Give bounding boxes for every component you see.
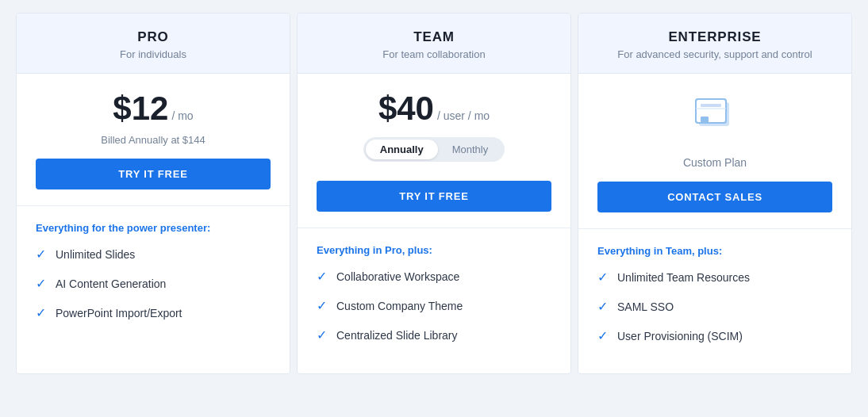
check-icon: ✓ <box>317 298 327 313</box>
plan-name-enterprise: ENTERPRISE <box>591 29 839 45</box>
plan-pricing-team: $40 / user / mo Annually Monthly TRY IT … <box>298 74 570 228</box>
feature-item: ✓ User Provisioning (SCIM) <box>597 328 832 343</box>
plan-name-team: TEAM <box>310 29 558 45</box>
feature-item: ✓ SAML SSO <box>597 299 832 314</box>
check-icon: ✓ <box>597 328 608 343</box>
plan-subtitle-team: For team collaboration <box>310 48 558 60</box>
feature-item: ✓ Unlimited Slides <box>36 247 271 262</box>
svg-rect-2 <box>696 99 726 123</box>
feature-item: ✓ Collaborative Workspace <box>317 269 551 284</box>
check-icon: ✓ <box>597 299 608 314</box>
feature-text: PowerPoint Import/Export <box>56 307 182 319</box>
feature-text: Centralized Slide Library <box>336 329 458 342</box>
billing-note-pro: Billed Annually at $144 <box>101 134 205 146</box>
svg-rect-4 <box>701 104 721 107</box>
check-icon: ✓ <box>317 269 327 284</box>
feature-item: ✓ AI Content Generation <box>36 276 271 291</box>
check-icon: ✓ <box>36 305 46 320</box>
feature-item: ✓ PowerPoint Import/Export <box>36 305 271 320</box>
billing-toggle[interactable]: Annually Monthly <box>363 137 505 162</box>
feature-text: User Provisioning (SCIM) <box>617 330 743 342</box>
price-period-pro: / mo <box>171 109 193 122</box>
feature-text: Unlimited Team Resources <box>617 271 750 284</box>
plan-card-team: TEAM For team collaboration $40 / user /… <box>297 13 571 374</box>
plan-pricing-enterprise: Custom Plan CONTACT SALES <box>578 74 851 229</box>
check-icon: ✓ <box>36 247 46 262</box>
check-icon: ✓ <box>36 276 46 291</box>
feature-text: AI Content Generation <box>56 277 166 290</box>
try-free-button-team[interactable]: TRY IT FREE <box>317 181 551 212</box>
price-period-team: / user / mo <box>437 109 490 122</box>
features-title-team: Everything in Pro, plus: <box>317 244 551 256</box>
price-dollar-team: $40 <box>378 90 434 128</box>
plan-card-pro: PRO For individuals $12 / mo Billed Annu… <box>16 13 290 374</box>
feature-item: ✓ Unlimited Team Resources <box>597 270 832 285</box>
check-icon: ✓ <box>317 327 327 342</box>
plan-subtitle-enterprise: For advanced security, support and contr… <box>591 48 839 60</box>
plan-header-team: TEAM For team collaboration <box>298 13 570 74</box>
price-amount-team: $40 / user / mo <box>378 90 490 128</box>
features-title-enterprise: Everything in Team, plus: <box>597 245 832 257</box>
plan-pricing-pro: $12 / mo Billed Annually at $144 TRY IT … <box>17 74 290 206</box>
feature-item: ✓ Custom Company Theme <box>317 298 551 313</box>
plan-header-enterprise: ENTERPRISE For advanced security, suppor… <box>578 13 851 74</box>
features-section-pro: Everything for the power presenter: ✓ Un… <box>17 206 290 350</box>
pricing-grid: PRO For individuals $12 / mo Billed Annu… <box>13 13 855 374</box>
price-amount-pro: $12 / mo <box>113 90 193 128</box>
svg-rect-3 <box>701 117 709 123</box>
toggle-annually[interactable]: Annually <box>366 140 438 159</box>
feature-text: SAML SSO <box>617 300 674 313</box>
features-section-enterprise: Everything in Team, plus: ✓ Unlimited Te… <box>578 229 851 373</box>
contact-sales-button[interactable]: CONTACT SALES <box>597 182 832 212</box>
price-dollar-pro: $12 <box>113 90 168 128</box>
features-title-pro: Everything for the power presenter: <box>36 222 271 234</box>
plan-header-pro: PRO For individuals <box>17 13 290 74</box>
feature-text: Collaborative Workspace <box>336 270 459 283</box>
check-icon: ✓ <box>597 270 608 285</box>
plan-subtitle-pro: For individuals <box>29 48 277 60</box>
toggle-monthly[interactable]: Monthly <box>438 140 503 159</box>
feature-text: Unlimited Slides <box>56 248 135 261</box>
plan-name-pro: PRO <box>29 29 277 45</box>
feature-text: Custom Company Theme <box>336 300 463 312</box>
try-free-button-pro[interactable]: TRY IT FREE <box>36 159 271 189</box>
plan-card-enterprise: ENTERPRISE For advanced security, suppor… <box>578 13 852 374</box>
feature-item: ✓ Centralized Slide Library <box>317 327 551 342</box>
custom-plan-label: Custom Plan <box>683 156 747 169</box>
features-section-team: Everything in Pro, plus: ✓ Collaborative… <box>298 228 570 373</box>
enterprise-icon <box>689 90 740 140</box>
